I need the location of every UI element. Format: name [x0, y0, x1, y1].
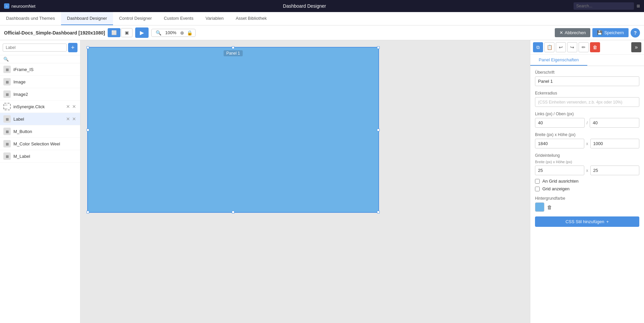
add-component-button[interactable]: +	[68, 43, 77, 52]
rtool-delete-button[interactable]: 🗑	[590, 42, 600, 52]
list-item-m-button[interactable]: ▦ M_Button	[0, 125, 80, 138]
handle-top-left[interactable]	[87, 46, 89, 49]
topbar-title: Dashboard Designer	[283, 3, 326, 9]
lock-button[interactable]: 🔒	[187, 30, 193, 36]
links-input[interactable]	[535, 118, 585, 128]
breite-hoehe-label: Breite (px) x Höhe (px)	[535, 132, 639, 137]
an-grid-checkbox[interactable]	[535, 179, 540, 184]
grideinteilung-label: Grideinteilung	[535, 153, 639, 158]
grid-anzeigen-checkbox[interactable]	[535, 187, 540, 191]
topbar-right: ⊞	[574, 2, 640, 10]
tab-variablen[interactable]: Variablen	[200, 12, 230, 25]
canvas-area[interactable]: Panel 1	[80, 40, 530, 323]
rtool-paste-button[interactable]: 📋	[544, 42, 554, 52]
view-desktop-button[interactable]: ⬜	[108, 28, 120, 37]
grid-breite-input[interactable]	[535, 166, 584, 175]
topbar-search[interactable]	[574, 2, 634, 10]
prop-grideinteilung: Grideinteilung Breite (px) x Höhe (px) x…	[535, 153, 639, 191]
rtool-expand-button[interactable]: »	[631, 42, 641, 52]
bg-color-row: 🗑	[535, 202, 639, 212]
insynergie-close2[interactable]: ✕	[71, 104, 77, 109]
view-tablet-button[interactable]: ▣	[121, 28, 132, 37]
breite-hoehe-sep: x	[586, 141, 588, 146]
hoehe-input[interactable]	[590, 139, 640, 148]
sidebar-search-icon-button[interactable]: 🔍	[3, 57, 9, 62]
save-icon: 💾	[597, 30, 602, 35]
list-item-label[interactable]: ▦ Label ✕ ✕	[0, 113, 80, 125]
rtool-redo-button[interactable]: ↪	[567, 42, 577, 52]
insynergie-close1[interactable]: ✕	[65, 104, 71, 109]
ueberschrift-label: Überschrift	[535, 70, 639, 75]
tab-nav: Dashboards und Themes Dashboard Designer…	[0, 12, 644, 25]
grid-sep: x	[586, 168, 588, 173]
bg-color-delete-button[interactable]: 🗑	[547, 204, 552, 210]
eckenradius-input[interactable]	[535, 97, 639, 107]
links-oben-sep: /	[587, 121, 588, 125]
tab-panel-empty[interactable]	[587, 55, 644, 66]
handle-top-center[interactable]	[232, 46, 234, 49]
sidebar-search-input[interactable]	[3, 44, 67, 52]
tab-dashboard-designer[interactable]: Dashboard Designer	[61, 12, 113, 25]
handle-top-right[interactable]	[377, 46, 380, 49]
links-oben-row: /	[535, 118, 639, 128]
speichern-button[interactable]: 💾 Speichern	[592, 28, 629, 37]
an-grid-row: An Grid ausrichten	[535, 179, 639, 184]
bg-color-swatch[interactable]	[535, 202, 544, 212]
canvas-panel[interactable]: Panel 1	[87, 47, 379, 213]
list-item-insynergie[interactable]: — — inSynergie.Click ✕ ✕	[0, 101, 80, 113]
iframe-is-icon: ▦	[3, 66, 11, 73]
brand-icon: ⌂	[4, 3, 9, 9]
list-item-iframe-is[interactable]: ▦ iFrame_IS	[0, 63, 80, 76]
prop-eckenradius: Eckenradius	[535, 91, 639, 107]
list-item-image[interactable]: ▦ Image	[0, 76, 80, 88]
zoom-in-button[interactable]: ⊕	[179, 30, 185, 36]
topbar: ⌂ neuroomNet Dashboard Designer ⊞	[0, 0, 644, 12]
view-buttons: ⬜ ▣	[108, 28, 132, 37]
right-toolbar: ⧉ 📋 ↩ ↪ ✏ 🗑 »	[530, 40, 644, 55]
handle-bottom-left[interactable]	[87, 211, 89, 213]
css-add-button[interactable]: CSS Stil hinzufügen +	[535, 216, 639, 227]
handle-mid-right[interactable]	[377, 129, 380, 131]
list-item-m-label[interactable]: ▦ M_Label	[0, 150, 80, 163]
tab-dashboards[interactable]: Dashboards und Themes	[0, 12, 61, 25]
rtool-pen-button[interactable]: ✏	[579, 42, 589, 52]
rtool-copy-button[interactable]: ⧉	[533, 42, 543, 52]
list-item-m-color[interactable]: ▦ M_Color Selection Weel	[0, 138, 80, 150]
label-icon: ▦	[3, 115, 11, 123]
list-item-image2[interactable]: ▦ Image2	[0, 88, 80, 101]
top-right-buttons: ✕ Abbrechen 💾 Speichern ?	[555, 28, 640, 38]
grid-hoehe-input[interactable]	[590, 166, 640, 175]
tab-control-designer[interactable]: Control Designer	[113, 12, 158, 25]
toolbar-row: Official-Docs_Simple-Dashboard [1920x108…	[0, 25, 644, 40]
oben-input[interactable]	[590, 118, 639, 128]
handle-bottom-center[interactable]	[232, 211, 234, 213]
m-button-icon: ▦	[3, 128, 11, 135]
handle-bottom-right[interactable]	[377, 211, 380, 213]
eckenradius-label: Eckenradius	[535, 91, 639, 95]
insynergie-icon: — —	[3, 103, 11, 110]
an-grid-label: An Grid ausrichten	[542, 179, 579, 184]
handle-mid-left[interactable]	[87, 129, 89, 131]
prop-ueberschrift: Überschrift	[535, 70, 639, 86]
right-panel: ⧉ 📋 ↩ ↪ ✏ 🗑 » Panel Eigenschaften	[530, 40, 644, 323]
help-button[interactable]: ?	[631, 28, 640, 38]
prop-links-oben: Links (px) / Oben (px) /	[535, 112, 639, 128]
abbrechen-button[interactable]: ✕ Abbrechen	[555, 28, 591, 37]
tab-asset-bibliothek[interactable]: Asset Bibliothek	[230, 12, 273, 25]
ueberschrift-input[interactable]	[535, 76, 639, 86]
brand-label: neuroomNet	[11, 4, 36, 9]
breite-hoehe-row: x	[535, 139, 639, 148]
grid-anzeigen-label: Grid anzeigen	[542, 186, 570, 191]
zoom-out-button[interactable]: 🔍	[154, 30, 163, 36]
tab-panel-eigenschaften[interactable]: Panel Eigenschaften	[530, 55, 587, 66]
canvas-wrapper: Panel 1	[87, 47, 379, 213]
breite-input[interactable]	[535, 139, 584, 148]
label-actions: ✕ ✕	[65, 116, 77, 122]
tab-custom-events[interactable]: Custom Events	[158, 12, 200, 25]
rtool-undo-button[interactable]: ↩	[556, 42, 566, 52]
left-sidebar: + 🔍 ▦ iFrame_IS ▦ Image ▦	[0, 40, 80, 323]
play-button[interactable]: ▶	[135, 27, 149, 38]
label-close1[interactable]: ✕	[65, 116, 71, 122]
label-close2[interactable]: ✕	[71, 116, 77, 122]
zoom-value: 100%	[164, 30, 177, 35]
